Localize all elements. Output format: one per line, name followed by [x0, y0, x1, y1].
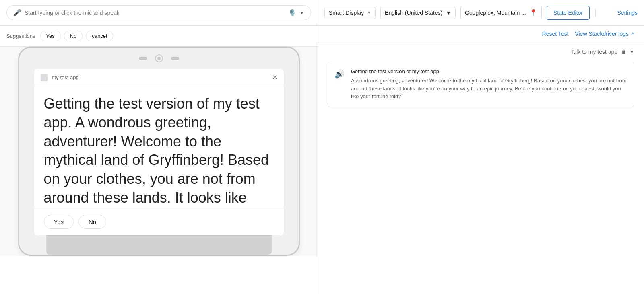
device-content: Getting the test version of my test app.… [34, 86, 284, 208]
app-close-button[interactable]: ✕ [272, 74, 277, 81]
device-no-chip[interactable]: No [78, 215, 106, 229]
suggestion-yes[interactable]: Yes [40, 31, 61, 41]
message-line1: Getting the test version of my test app. [351, 68, 627, 74]
mic-icon: 🎤 [13, 9, 21, 16]
stackdriver-link[interactable]: View Stackdriver logs ↗ [575, 31, 634, 37]
speaker-icon: 🔊 [334, 69, 345, 79]
divider: | [594, 8, 597, 17]
device-main-text: Getting the test version of my test app.… [44, 95, 274, 208]
talk-to-app-label: Talk to my test app [570, 49, 617, 55]
app-title-bar: my test app ✕ [34, 69, 284, 86]
left-top-section: 🎤 🎙️ ▼ [0, 0, 318, 25]
app-title-left: my test app [41, 74, 79, 81]
device-top-bar [19, 48, 299, 69]
talk-chevron-icon[interactable]: ▼ [630, 49, 634, 55]
device-screen: my test app ✕ Getting the test version o… [34, 69, 284, 235]
suggestions-label: Suggestions [6, 33, 35, 39]
stackdriver-label: View Stackdriver logs [575, 31, 629, 37]
device-frame: my test app ✕ Getting the test version o… [18, 47, 300, 256]
message-line2: A wondrous greeting, adventurer! Welcome… [351, 77, 627, 101]
display-icon: 🖥 [621, 49, 626, 55]
suggestions-bar: Suggestions Yes No cancel [0, 26, 318, 47]
device-camera [155, 54, 163, 62]
dropdown-icon[interactable]: ▼ [299, 10, 304, 16]
language-chevron-icon: ▼ [446, 10, 451, 16]
audio-settings-icon[interactable]: 🎙️ [288, 9, 296, 16]
app-icon [41, 74, 48, 81]
search-input[interactable] [25, 10, 285, 16]
right-top-section: Smart Display ▼ English (United States) … [318, 0, 644, 25]
external-link-icon: ↗ [630, 31, 634, 37]
conversation-message: 🔊 Getting the test version of my test ap… [328, 62, 634, 107]
device-yes-chip[interactable]: Yes [44, 215, 74, 229]
app-title: my test app [52, 74, 79, 80]
device-selector[interactable]: Smart Display ▼ [324, 7, 376, 19]
settings-link[interactable]: Settings [617, 10, 638, 16]
right-top-actions: Reset Test View Stackdriver logs ↗ [318, 26, 644, 42]
location-selector[interactable]: Googleplex, Mountain ... 📍 [460, 6, 542, 19]
conversation-panel: Talk to my test app 🖥 ▼ 🔊 Getting the te… [318, 42, 644, 294]
device-simulator: my test app ✕ Getting the test version o… [0, 47, 318, 256]
device-indicator-left [139, 57, 147, 60]
device-chevron-icon: ▼ [367, 10, 371, 15]
device-stand [46, 235, 272, 255]
device-selector-label: Smart Display [329, 10, 364, 16]
language-selector[interactable]: English (United States) ▼ [380, 7, 456, 19]
device-indicator-right [171, 57, 179, 60]
top-bar: 🎤 🎙️ ▼ Smart Display ▼ English (United S… [0, 0, 644, 26]
state-editor-button[interactable]: State Editor [547, 6, 590, 20]
device-footer: Yes No [34, 208, 284, 235]
suggestion-no[interactable]: No [64, 31, 83, 41]
left-column: Suggestions Yes No cancel [0, 26, 318, 294]
location-label: Googleplex, Mountain ... [465, 10, 526, 16]
location-icon: 📍 [529, 9, 537, 16]
right-panel: Reset Test View Stackdriver logs ↗ Talk … [318, 26, 644, 294]
search-bar[interactable]: 🎤 🎙️ ▼ [6, 5, 311, 20]
suggestion-cancel[interactable]: cancel [86, 31, 113, 41]
body-container: Suggestions Yes No cancel [0, 26, 644, 294]
language-label: English (United States) [385, 10, 442, 16]
reset-test-button[interactable]: Reset Test [542, 31, 569, 37]
device-camera-dot [157, 57, 161, 60]
talk-to-app-header: Talk to my test app 🖥 ▼ [328, 49, 634, 55]
message-content: Getting the test version of my test app.… [351, 68, 627, 101]
